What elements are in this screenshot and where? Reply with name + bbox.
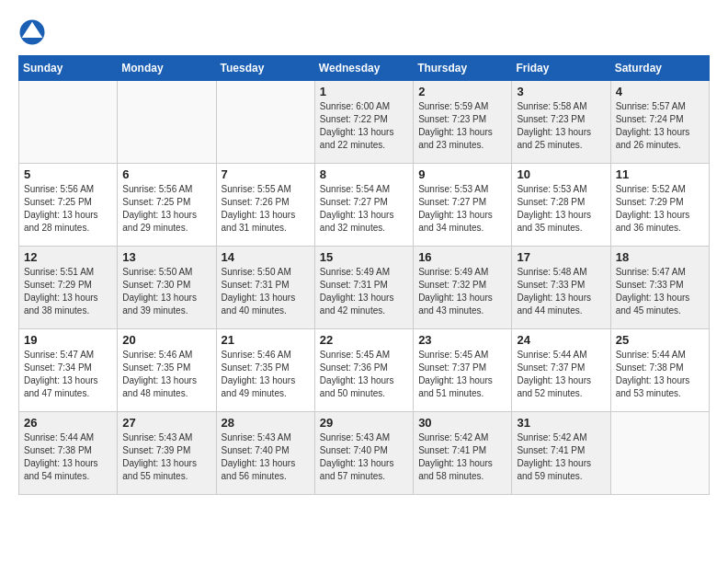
day-number: 8 — [320, 167, 408, 181]
day-info: Sunrise: 5:43 AM Sunset: 7:39 PM Dayligh… — [122, 431, 210, 483]
day-info: Sunrise: 5:46 AM Sunset: 7:35 PM Dayligh… — [222, 349, 310, 400]
calendar-cell: 19Sunrise: 5:47 AM Sunset: 7:34 PM Dayli… — [19, 329, 118, 412]
day-number: 14 — [222, 250, 310, 264]
day-info: Sunrise: 5:51 AM Sunset: 7:29 PM Dayligh… — [24, 266, 112, 317]
calendar-cell — [610, 412, 709, 495]
calendar-cell: 29Sunrise: 5:43 AM Sunset: 7:40 PM Dayli… — [314, 412, 413, 495]
calendar-week-row: 19Sunrise: 5:47 AM Sunset: 7:34 PM Dayli… — [19, 329, 710, 412]
day-number: 11 — [616, 167, 704, 181]
day-number: 18 — [616, 250, 704, 264]
day-number: 24 — [517, 333, 605, 347]
day-number: 9 — [418, 167, 506, 181]
weekday-header: Monday — [118, 56, 216, 81]
day-info: Sunrise: 5:46 AM Sunset: 7:35 PM Dayligh… — [122, 349, 210, 400]
calendar-cell: 6Sunrise: 5:56 AM Sunset: 7:25 PM Daylig… — [118, 164, 216, 247]
calendar-table: SundayMondayTuesdayWednesdayThursdayFrid… — [18, 55, 710, 495]
day-number: 6 — [122, 167, 210, 181]
day-number: 3 — [517, 85, 605, 98]
day-info: Sunrise: 5:57 AM Sunset: 7:24 PM Dayligh… — [616, 100, 704, 152]
day-number: 15 — [320, 250, 408, 264]
day-number: 4 — [616, 85, 704, 98]
calendar-cell: 23Sunrise: 5:45 AM Sunset: 7:37 PM Dayli… — [414, 329, 512, 412]
weekday-header: Thursday — [414, 56, 512, 81]
day-number: 23 — [418, 333, 506, 347]
day-info: Sunrise: 5:49 AM Sunset: 7:32 PM Dayligh… — [418, 266, 506, 317]
day-info: Sunrise: 5:48 AM Sunset: 7:33 PM Dayligh… — [517, 266, 605, 317]
day-info: Sunrise: 5:56 AM Sunset: 7:25 PM Dayligh… — [24, 183, 112, 235]
calendar-cell: 28Sunrise: 5:43 AM Sunset: 7:40 PM Dayli… — [216, 412, 314, 495]
day-number: 31 — [517, 416, 605, 430]
day-number: 2 — [418, 85, 506, 98]
calendar-cell: 30Sunrise: 5:42 AM Sunset: 7:41 PM Dayli… — [414, 412, 512, 495]
logo-icon — [18, 18, 46, 46]
calendar-cell: 27Sunrise: 5:43 AM Sunset: 7:39 PM Dayli… — [118, 412, 216, 495]
calendar-cell: 7Sunrise: 5:55 AM Sunset: 7:26 PM Daylig… — [216, 164, 314, 247]
calendar-cell: 15Sunrise: 5:49 AM Sunset: 7:31 PM Dayli… — [314, 247, 413, 329]
day-number: 19 — [24, 333, 112, 347]
day-number: 25 — [616, 333, 704, 347]
calendar-cell: 20Sunrise: 5:46 AM Sunset: 7:35 PM Dayli… — [118, 329, 216, 412]
calendar-week-row: 5Sunrise: 5:56 AM Sunset: 7:25 PM Daylig… — [19, 164, 710, 247]
day-number: 7 — [222, 167, 310, 181]
day-number: 26 — [24, 416, 112, 430]
weekday-header: Saturday — [610, 56, 709, 81]
day-info: Sunrise: 5:45 AM Sunset: 7:37 PM Dayligh… — [418, 349, 506, 400]
day-info: Sunrise: 5:44 AM Sunset: 7:38 PM Dayligh… — [24, 431, 112, 483]
day-number: 28 — [222, 416, 310, 430]
day-info: Sunrise: 6:00 AM Sunset: 7:22 PM Dayligh… — [320, 100, 408, 152]
weekday-header: Wednesday — [314, 56, 413, 81]
day-number: 29 — [320, 416, 408, 430]
day-info: Sunrise: 5:43 AM Sunset: 7:40 PM Dayligh… — [320, 431, 408, 483]
calendar-cell: 8Sunrise: 5:54 AM Sunset: 7:27 PM Daylig… — [314, 164, 413, 247]
calendar-week-row: 12Sunrise: 5:51 AM Sunset: 7:29 PM Dayli… — [19, 247, 710, 329]
calendar-cell: 18Sunrise: 5:47 AM Sunset: 7:33 PM Dayli… — [610, 247, 709, 329]
calendar-week-row: 1Sunrise: 6:00 AM Sunset: 7:22 PM Daylig… — [19, 81, 710, 164]
calendar-cell — [216, 81, 314, 164]
calendar-cell: 17Sunrise: 5:48 AM Sunset: 7:33 PM Dayli… — [512, 247, 610, 329]
day-number: 12 — [24, 250, 112, 264]
day-info: Sunrise: 5:50 AM Sunset: 7:30 PM Dayligh… — [122, 266, 210, 317]
day-info: Sunrise: 5:47 AM Sunset: 7:33 PM Dayligh… — [616, 266, 704, 317]
calendar-cell: 22Sunrise: 5:45 AM Sunset: 7:36 PM Dayli… — [314, 329, 413, 412]
day-info: Sunrise: 5:42 AM Sunset: 7:41 PM Dayligh… — [418, 431, 506, 483]
day-number: 10 — [517, 167, 605, 181]
calendar-cell: 13Sunrise: 5:50 AM Sunset: 7:30 PM Dayli… — [118, 247, 216, 329]
day-info: Sunrise: 5:44 AM Sunset: 7:37 PM Dayligh… — [517, 349, 605, 400]
day-info: Sunrise: 5:58 AM Sunset: 7:23 PM Dayligh… — [517, 100, 605, 152]
calendar-cell: 26Sunrise: 5:44 AM Sunset: 7:38 PM Dayli… — [19, 412, 118, 495]
day-number: 22 — [320, 333, 408, 347]
calendar-cell: 9Sunrise: 5:53 AM Sunset: 7:27 PM Daylig… — [414, 164, 512, 247]
day-info: Sunrise: 5:56 AM Sunset: 7:25 PM Dayligh… — [122, 183, 210, 235]
day-number: 13 — [122, 250, 210, 264]
calendar-cell — [118, 81, 216, 164]
day-info: Sunrise: 5:45 AM Sunset: 7:36 PM Dayligh… — [320, 349, 408, 400]
day-info: Sunrise: 5:54 AM Sunset: 7:27 PM Dayligh… — [320, 183, 408, 235]
day-info: Sunrise: 5:53 AM Sunset: 7:28 PM Dayligh… — [517, 183, 605, 235]
weekday-header: Tuesday — [216, 56, 314, 81]
day-info: Sunrise: 5:55 AM Sunset: 7:26 PM Dayligh… — [222, 183, 310, 235]
day-number: 5 — [24, 167, 112, 181]
weekday-header: Sunday — [19, 56, 118, 81]
calendar-cell: 10Sunrise: 5:53 AM Sunset: 7:28 PM Dayli… — [512, 164, 610, 247]
calendar-cell: 31Sunrise: 5:42 AM Sunset: 7:41 PM Dayli… — [512, 412, 610, 495]
day-info: Sunrise: 5:53 AM Sunset: 7:27 PM Dayligh… — [418, 183, 506, 235]
calendar-cell: 25Sunrise: 5:44 AM Sunset: 7:38 PM Dayli… — [610, 329, 709, 412]
calendar-cell: 4Sunrise: 5:57 AM Sunset: 7:24 PM Daylig… — [610, 81, 709, 164]
day-info: Sunrise: 5:44 AM Sunset: 7:38 PM Dayligh… — [616, 349, 704, 400]
day-info: Sunrise: 5:42 AM Sunset: 7:41 PM Dayligh… — [517, 431, 605, 483]
day-number: 1 — [320, 85, 408, 98]
calendar-header-row: SundayMondayTuesdayWednesdayThursdayFrid… — [19, 56, 710, 81]
calendar-cell: 1Sunrise: 6:00 AM Sunset: 7:22 PM Daylig… — [314, 81, 413, 164]
calendar-cell: 24Sunrise: 5:44 AM Sunset: 7:37 PM Dayli… — [512, 329, 610, 412]
weekday-header: Friday — [512, 56, 610, 81]
calendar-cell: 5Sunrise: 5:56 AM Sunset: 7:25 PM Daylig… — [19, 164, 118, 247]
calendar-cell: 21Sunrise: 5:46 AM Sunset: 7:35 PM Dayli… — [216, 329, 314, 412]
day-number: 21 — [222, 333, 310, 347]
day-info: Sunrise: 5:49 AM Sunset: 7:31 PM Dayligh… — [320, 266, 408, 317]
day-number: 30 — [418, 416, 506, 430]
page-header — [18, 18, 710, 46]
day-info: Sunrise: 5:59 AM Sunset: 7:23 PM Dayligh… — [418, 100, 506, 152]
day-number: 20 — [122, 333, 210, 347]
day-info: Sunrise: 5:50 AM Sunset: 7:31 PM Dayligh… — [222, 266, 310, 317]
calendar-cell — [19, 81, 118, 164]
